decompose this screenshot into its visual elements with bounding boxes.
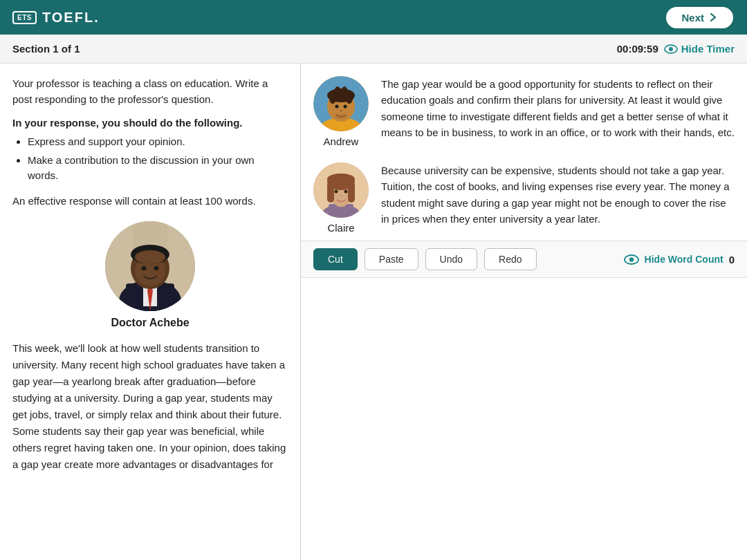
svg-point-37 bbox=[327, 174, 355, 185]
svg-rect-35 bbox=[327, 182, 334, 203]
andrew-avatar-col: Andrew bbox=[313, 76, 369, 147]
bullet-item-1: Express and support your opinion. bbox=[28, 134, 288, 150]
claire-response-text: Because university can be expensive, stu… bbox=[381, 162, 735, 227]
professor-name: Doctor Achebe bbox=[111, 317, 189, 329]
svg-point-24 bbox=[341, 86, 348, 99]
undo-button[interactable]: Undo bbox=[425, 248, 477, 270]
main-content: Your professor is teaching a class on ed… bbox=[0, 64, 747, 560]
redo-button[interactable]: Redo bbox=[484, 248, 536, 270]
hide-timer-button[interactable]: Hide Timer bbox=[664, 43, 735, 55]
responses-area: Andrew The gap year would be a good oppo… bbox=[301, 64, 747, 241]
section-bar: Section 1 of 1 00:09:59 Hide Timer bbox=[0, 35, 747, 64]
editor-toolbar: Cut Paste Undo Redo Hide Word Count 0 bbox=[301, 241, 747, 278]
andrew-response-row: Andrew The gap year would be a good oppo… bbox=[313, 76, 735, 147]
body-text: This week, we'll look at how well studen… bbox=[12, 340, 288, 473]
word-count-value: 0 bbox=[729, 254, 735, 265]
ets-badge: ETS bbox=[12, 11, 37, 24]
bullet-item-2: Make a contribution to the discussion in… bbox=[28, 153, 288, 184]
svg-point-23 bbox=[334, 86, 341, 99]
prompt-text: Your professor is teaching a class on ed… bbox=[12, 76, 288, 107]
claire-response-row: Claire Because university can be expensi… bbox=[313, 162, 735, 234]
andrew-avatar bbox=[313, 76, 369, 131]
svg-point-39 bbox=[344, 190, 348, 194]
svg-rect-36 bbox=[348, 182, 355, 203]
next-button[interactable]: Next bbox=[665, 6, 735, 30]
effective-text: An effective response will contain at le… bbox=[12, 194, 288, 209]
svg-point-40 bbox=[340, 195, 342, 196]
svg-point-15 bbox=[135, 250, 165, 264]
svg-point-38 bbox=[335, 190, 338, 194]
eye-icon-word-count bbox=[624, 254, 639, 265]
word-count-area[interactable]: Hide Word Count 0 bbox=[624, 254, 735, 265]
right-panel: Andrew The gap year would be a good oppo… bbox=[301, 64, 747, 560]
left-panel: Your professor is teaching a class on ed… bbox=[0, 64, 301, 560]
svg-point-1 bbox=[669, 47, 673, 51]
chevron-right-icon bbox=[708, 12, 718, 22]
svg-point-27 bbox=[340, 110, 342, 112]
andrew-response-text: The gap year would be a good opportunity… bbox=[381, 76, 735, 140]
section-label: Section 1 of 1 bbox=[12, 43, 80, 55]
professor-avatar bbox=[105, 221, 195, 311]
app-header: ETS TOEFL. Next bbox=[0, 0, 747, 35]
claire-name: Claire bbox=[327, 222, 354, 234]
svg-point-12 bbox=[142, 266, 147, 270]
timer-value: 00:09:59 bbox=[617, 43, 658, 55]
svg-point-42 bbox=[629, 257, 633, 261]
paste-button[interactable]: Paste bbox=[365, 248, 418, 270]
claire-illustration bbox=[313, 162, 369, 218]
svg-point-13 bbox=[154, 266, 159, 270]
logo-area: ETS TOEFL. bbox=[12, 10, 100, 26]
svg-point-28 bbox=[334, 113, 348, 119]
bullet-list: Express and support your opinion. Make a… bbox=[28, 134, 288, 184]
andrew-illustration bbox=[313, 76, 369, 131]
svg-point-26 bbox=[344, 105, 347, 109]
andrew-name: Andrew bbox=[324, 136, 359, 147]
professor-container: Doctor Achebe bbox=[12, 221, 288, 329]
professor-illustration bbox=[105, 221, 195, 311]
svg-point-25 bbox=[335, 105, 339, 109]
claire-avatar-col: Claire bbox=[313, 162, 369, 234]
claire-avatar bbox=[313, 162, 369, 218]
timer-area: 00:09:59 Hide Timer bbox=[617, 43, 735, 55]
toefl-logo-text: TOEFL. bbox=[42, 10, 100, 26]
cut-button[interactable]: Cut bbox=[313, 248, 358, 270]
instructions-heading: In your response, you should do the foll… bbox=[12, 117, 288, 129]
hide-word-count-label: Hide Word Count bbox=[645, 254, 723, 265]
writing-textarea[interactable] bbox=[313, 288, 735, 550]
writing-area[interactable] bbox=[301, 278, 747, 560]
eye-icon bbox=[664, 44, 678, 54]
